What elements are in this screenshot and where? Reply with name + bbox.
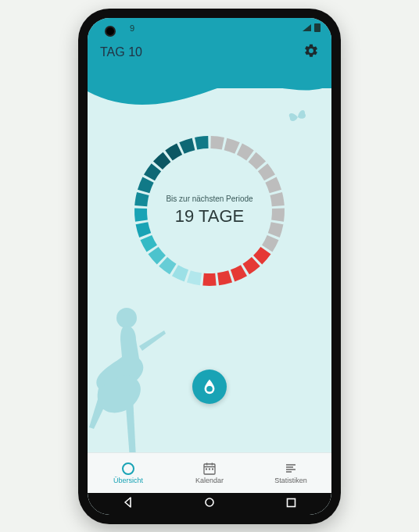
android-home-button[interactable] bbox=[204, 497, 215, 511]
ring-main-text: 19 TAGE bbox=[175, 206, 244, 227]
nav-stats-label: Statistiken bbox=[274, 477, 307, 484]
girl-silhouette bbox=[88, 302, 184, 466]
nav-stats[interactable]: Statistiken bbox=[250, 453, 331, 493]
nav-calendar[interactable]: Kalendar bbox=[169, 453, 250, 493]
front-camera bbox=[105, 26, 116, 37]
ring-subtitle: Bis zur nächsten Periode bbox=[166, 195, 252, 203]
gear-icon bbox=[303, 43, 319, 59]
svg-rect-15 bbox=[287, 498, 295, 506]
svg-point-14 bbox=[206, 498, 213, 506]
svg-rect-6 bbox=[212, 462, 213, 465]
status-left: 9 bbox=[130, 23, 134, 33]
signal-icon bbox=[303, 24, 311, 31]
stats-icon bbox=[285, 462, 297, 476]
cycle-ring[interactable]: Bis zur nächsten Periode 19 TAGE bbox=[127, 129, 292, 293]
phone-frame: 9 TAG 10 bbox=[78, 9, 341, 524]
svg-rect-5 bbox=[206, 462, 207, 465]
calendar-icon bbox=[203, 462, 216, 476]
battery-icon bbox=[314, 23, 321, 32]
status-right bbox=[303, 23, 321, 32]
overview-icon bbox=[121, 462, 135, 476]
screen: 9 TAG 10 bbox=[88, 18, 331, 515]
nav-overview[interactable]: Übersicht bbox=[88, 453, 169, 493]
app-header: TAG 10 bbox=[88, 38, 331, 88]
status-bar: 9 bbox=[88, 18, 331, 38]
android-back-button[interactable] bbox=[123, 497, 134, 511]
settings-button[interactable] bbox=[303, 43, 319, 62]
svg-rect-8 bbox=[209, 468, 210, 470]
svg-rect-7 bbox=[206, 468, 207, 470]
nav-overview-label: Übersicht bbox=[113, 477, 143, 484]
svg-point-2 bbox=[123, 463, 134, 474]
android-recent-button[interactable] bbox=[286, 497, 296, 511]
bottom-nav: Übersicht Kalendar bbox=[88, 452, 331, 493]
svg-point-0 bbox=[116, 308, 137, 328]
day-title: TAG 10 bbox=[100, 45, 142, 59]
ring-center: Bis zur nächsten Periode 19 TAGE bbox=[127, 129, 292, 293]
nav-calendar-label: Kalendar bbox=[195, 477, 224, 484]
svg-rect-9 bbox=[212, 468, 213, 470]
android-nav-bar bbox=[88, 493, 331, 515]
drop-icon bbox=[201, 378, 218, 395]
svg-point-1 bbox=[206, 385, 213, 391]
log-period-button[interactable] bbox=[192, 370, 227, 404]
